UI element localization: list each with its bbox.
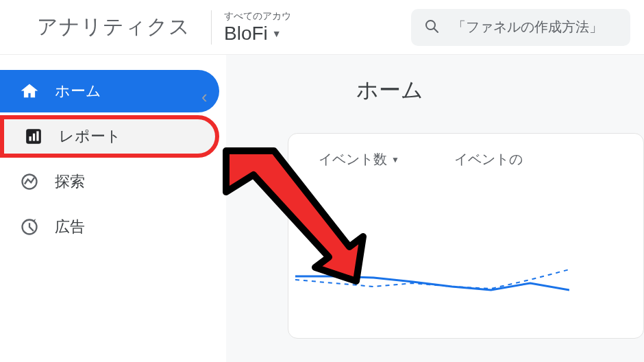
svg-line-1 — [434, 28, 438, 32]
metric-dropdown-1[interactable]: イベント数 ▼ — [319, 150, 399, 169]
search-placeholder: 「ファネルの作成方法」 — [452, 18, 603, 36]
search-icon — [423, 18, 440, 37]
metric-label: イベントの — [454, 150, 523, 169]
explore-icon — [19, 172, 40, 191]
sidebar-item-label: レポート — [59, 126, 121, 147]
sidebar-item-label: 広告 — [55, 217, 85, 237]
ads-icon — [19, 217, 40, 237]
metrics-card: イベント数 ▼ イベントの — [288, 133, 644, 339]
app-title: アナリティクス — [37, 13, 190, 41]
home-icon — [19, 82, 40, 100]
caret-down-icon: ▼ — [391, 155, 399, 165]
account-scope-label: すべてのアカウ — [224, 10, 291, 23]
sidebar-item-label: ホーム — [55, 81, 101, 101]
bar-chart-icon — [23, 128, 44, 145]
topbar: アナリティクス すべてのアカウ BloFi ▼ 「ファネルの作成方法」 — [0, 0, 644, 55]
metric-dropdown-2[interactable]: イベントの — [454, 150, 523, 169]
account-selector[interactable]: すべてのアカウ BloFi ▼ — [211, 10, 291, 45]
search-box[interactable]: 「ファネルの作成方法」 — [411, 9, 630, 46]
account-name: BloFi — [224, 23, 268, 45]
sidebar-item-reports[interactable]: レポート — [0, 115, 219, 158]
sidebar-item-home[interactable]: ホーム — [0, 70, 219, 112]
sidebar-item-label: 探索 — [55, 171, 85, 192]
sidebar-item-ads[interactable]: 広告 — [0, 206, 219, 248]
caret-down-icon: ▼ — [272, 28, 282, 39]
svg-rect-5 — [36, 131, 38, 141]
sidebar-item-explore[interactable]: 探索 — [0, 160, 219, 203]
main-content: ホーム ‹ イベント数 ▼ イベントの — [226, 55, 644, 362]
line-chart — [295, 249, 569, 317]
metric-label: イベント数 — [319, 150, 387, 169]
svg-rect-3 — [29, 136, 32, 141]
page-title: ホーム — [281, 75, 644, 106]
svg-rect-4 — [33, 134, 35, 141]
sidebar: ホーム レポート 探索 広告 — [0, 55, 226, 362]
chevron-left-icon[interactable]: ‹ — [201, 86, 208, 108]
ga-logo — [14, 16, 37, 39]
